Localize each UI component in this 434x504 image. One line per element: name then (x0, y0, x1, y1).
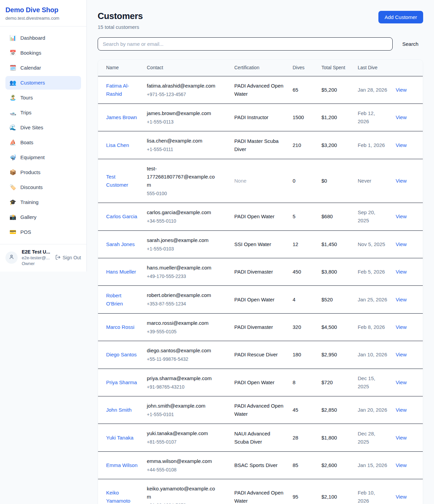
customer-total-spent: $2,100 (321, 494, 337, 500)
tours-icon: 🏝️ (9, 94, 16, 101)
table-row: Priya Sharma priya.sharma@example.com +9… (98, 369, 423, 396)
user-info: E2E Test U... e2e-tester@... Owner (22, 249, 51, 266)
customer-name-link[interactable]: Fatima Al-Rashid (106, 83, 129, 97)
equipment-icon: 🤿 (9, 154, 16, 161)
view-link[interactable]: View (396, 407, 407, 413)
customer-email: sarah.jones@example.com (147, 236, 219, 244)
sidebar-item-bookings[interactable]: 📅 Bookings (5, 46, 81, 60)
sidebar-item-calendar[interactable]: 🗓️ Calendar (5, 61, 81, 75)
table-row: Fatima Al-Rashid fatima.alrashid@example… (98, 76, 423, 104)
shop-domain: demo.test.divestreams.com (5, 16, 81, 21)
sidebar-item-dashboard[interactable]: 📊 Dashboard (5, 31, 81, 45)
table-row: Hans Mueller hans.mueller@example.com +4… (98, 258, 423, 286)
customer-name-link[interactable]: Keiko Yamamoto (106, 490, 130, 504)
view-link[interactable]: View (396, 324, 407, 330)
table-row: Yuki Tanaka yuki.tanaka@example.com +81-… (98, 424, 423, 451)
customer-last-dive: Dec 28, 2025 (358, 431, 375, 445)
pos-icon: 💳 (9, 229, 16, 236)
view-link[interactable]: View (396, 352, 407, 357)
customer-certification: PADI Open Water (234, 379, 274, 385)
customer-dives: 210 (293, 142, 301, 148)
customer-last-dive: Sep 20, 2025 (358, 209, 375, 223)
customer-name-link[interactable]: Hans Mueller (106, 269, 136, 275)
trips-icon: 🛥️ (9, 109, 16, 116)
customer-dives: 320 (293, 324, 301, 330)
customer-certification: PADI Rescue Diver (234, 352, 278, 357)
table-row: Marco Rossi marco.rossi@example.com +39-… (98, 313, 423, 341)
view-link[interactable]: View (396, 379, 407, 385)
sidebar-item-trips[interactable]: 🛥️ Trips (5, 106, 81, 119)
customer-certification: PADI Open Water (234, 213, 274, 219)
view-link[interactable]: View (396, 494, 407, 500)
view-link[interactable]: View (396, 213, 407, 219)
view-link[interactable]: View (396, 462, 407, 468)
column-header-certification: Certification (230, 60, 289, 76)
customer-total-spent: $720 (321, 379, 333, 385)
customer-phone: +1-555-0101 (147, 411, 226, 418)
customer-dives: 5 (293, 213, 295, 219)
customer-certification: NAUI Advanced Scuba Diver (234, 431, 270, 445)
customer-phone: +55-11-99876-5432 (147, 355, 226, 363)
view-link[interactable]: View (396, 435, 407, 441)
column-header-last-dive: Last Dive (354, 60, 392, 76)
view-link[interactable]: View (396, 269, 407, 275)
column-header-dives: Dives (289, 60, 317, 76)
table-row: Keiko Yamamoto keiko.yamamoto@example.co… (98, 479, 423, 504)
customer-dives: 180 (293, 352, 301, 357)
customer-dives: 12 (293, 241, 298, 247)
customer-name-link[interactable]: Emma Wilson (106, 462, 138, 468)
customer-total-spent: $680 (321, 213, 333, 219)
customer-name-link[interactable]: Yuki Tanaka (106, 435, 134, 441)
bookings-icon: 📅 (9, 50, 16, 56)
view-link[interactable]: View (396, 87, 407, 93)
table-row: Sarah Jones sarah.jones@example.com +1-5… (98, 230, 423, 258)
customer-dives: 8 (293, 379, 295, 385)
customer-name-link[interactable]: Diego Santos (106, 352, 137, 357)
user-role: Owner (22, 261, 51, 266)
table-row: Emma Wilson emma.wilson@example.com +44-… (98, 451, 423, 479)
sidebar-item-equipment[interactable]: 🤿 Equipment (5, 151, 81, 164)
customer-name-link[interactable]: Sarah Jones (106, 241, 135, 247)
sign-out-button[interactable]: Sign Out (55, 255, 81, 261)
customer-last-dive: Jan 25, 2026 (358, 297, 387, 302)
customer-dives: 85 (293, 462, 298, 468)
sidebar-item-training[interactable]: 🎓 Training (5, 195, 81, 209)
customer-phone: +34-555-0110 (147, 217, 226, 225)
customer-name-link[interactable]: James Brown (106, 114, 137, 120)
calendar-icon: 🗓️ (9, 64, 16, 71)
sidebar-item-discounts[interactable]: 🏷️ Discounts (5, 181, 81, 194)
customer-name-link[interactable]: Robert O'Brien (106, 293, 123, 306)
customer-dives: 65 (293, 87, 298, 93)
customer-total-spent: $5,200 (321, 87, 337, 93)
add-customer-button[interactable]: Add Customer (378, 11, 423, 23)
customer-email: yuki.tanaka@example.com (147, 429, 219, 437)
sidebar-item-products[interactable]: 📦 Products (5, 166, 81, 179)
view-link[interactable]: View (396, 178, 407, 184)
sidebar: Demo Dive Shop demo.test.divestreams.com… (0, 0, 87, 272)
customer-phone: +39-555-0105 (147, 328, 226, 335)
customer-email: james.brown@example.com (147, 109, 219, 117)
view-link[interactable]: View (396, 241, 407, 247)
customer-name-link[interactable]: Lisa Chen (106, 142, 129, 148)
sidebar-item-dive-sites[interactable]: 🌊 Dive Sites (5, 121, 81, 134)
customer-email: hans.mueller@example.com (147, 264, 219, 272)
view-link[interactable]: View (396, 142, 407, 148)
customer-name-link[interactable]: Marco Rossi (106, 324, 134, 330)
sidebar-item-tours[interactable]: 🏝️ Tours (5, 91, 81, 105)
view-link[interactable]: View (396, 297, 407, 302)
customer-name-link[interactable]: Priya Sharma (106, 379, 137, 385)
sidebar-item-customers[interactable]: 👥 Customers (5, 76, 81, 90)
view-link[interactable]: View (396, 114, 407, 120)
customer-total-spent: $0 (321, 178, 327, 184)
customer-phone: +1-555-0111 (147, 146, 226, 153)
customer-name-link[interactable]: Test Customer (106, 174, 128, 188)
sidebar-item-gallery[interactable]: 📸 Gallery (5, 210, 81, 224)
customer-last-dive: Nov 5, 2025 (358, 241, 385, 247)
sidebar-item-boats[interactable]: ⛵ Boats (5, 136, 81, 149)
search-input[interactable] (98, 37, 393, 51)
customer-email: keiko.yamamoto@example.com (147, 485, 219, 501)
customer-name-link[interactable]: John Smith (106, 407, 132, 413)
search-button[interactable]: Search (397, 38, 423, 50)
customer-name-link[interactable]: Carlos Garcia (106, 213, 137, 219)
sidebar-item-pos[interactable]: 💳 POS (5, 225, 81, 239)
